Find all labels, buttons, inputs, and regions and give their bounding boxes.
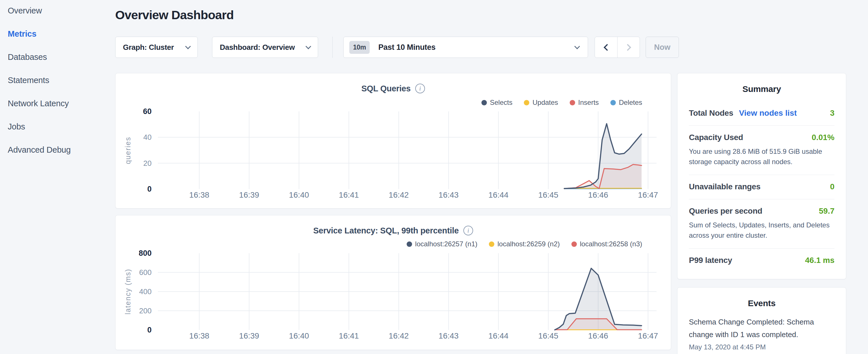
sidebar-item-statements[interactable]: Statements	[8, 76, 115, 85]
x-axis-tick: 16:40	[289, 331, 309, 340]
chart-title: Service Latency: SQL, 99th percentile	[313, 226, 459, 235]
y-axis-unit-label: latency (ms)	[124, 269, 132, 315]
summary-description: You are using 28.6 MiB of 515.9 GiB usab…	[689, 147, 834, 167]
sidebar-item-metrics[interactable]: Metrics	[8, 30, 115, 38]
sidebar-item-databases[interactable]: Databases	[8, 53, 115, 61]
sidebar-item-advanced-debug[interactable]: Advanced Debug	[8, 146, 115, 154]
series-line-localhost-26258-n3	[555, 319, 642, 330]
legend-item-deletes: Deletes	[610, 99, 642, 106]
y-axis-tick: 60	[143, 107, 152, 116]
summary-label: Total Nodes	[689, 108, 733, 118]
time-range-label: Past 10 Minutes	[378, 43, 575, 52]
time-next-button[interactable]	[617, 37, 640, 58]
x-axis-tick: 16:45	[538, 190, 558, 199]
now-button[interactable]: Now	[646, 37, 679, 58]
summary-label: Capacity Used	[689, 133, 743, 142]
view-nodes-list-link[interactable]: View nodes list	[739, 108, 797, 118]
x-axis-tick: 16:42	[389, 190, 409, 199]
chevron-down-icon	[306, 43, 311, 49]
page-title: Overview Dashboard	[115, 8, 234, 22]
x-axis-tick: 16:38	[189, 331, 209, 340]
y-axis-tick: 0	[147, 185, 152, 193]
x-axis-tick: 16:38	[189, 190, 209, 199]
summary-panel: Summary Total NodesView nodes list3Capac…	[677, 73, 846, 279]
event-message[interactable]: Schema Change Completed: Schema change w…	[689, 316, 834, 341]
sidebar-item-jobs[interactable]: Jobs	[8, 122, 115, 131]
y-axis-tick: 800	[139, 249, 152, 257]
sidebar-item-overview[interactable]: Overview	[8, 6, 115, 15]
x-axis-tick: 16:43	[438, 331, 459, 340]
series-area-inserts	[564, 164, 642, 189]
chevron-down-icon	[574, 43, 580, 49]
legend-item-updates: Updates	[524, 99, 558, 106]
summary-row-capacity-used: Capacity Used0.01%You are using 28.6 MiB…	[689, 126, 834, 175]
chart-plot: 16:3816:3916:4016:4116:4216:4316:4416:45…	[116, 215, 672, 350]
series-line-localhost-26257-n1	[555, 268, 642, 330]
legend-label: Deletes	[619, 99, 642, 106]
graph-dropdown[interactable]: Graph: Cluster	[115, 37, 198, 58]
x-axis-tick: 16:44	[488, 331, 508, 340]
info-icon[interactable]: i	[463, 226, 473, 235]
x-axis-tick: 16:46	[588, 190, 608, 199]
legend-dot-icon	[571, 242, 577, 247]
legend-label: Selects	[490, 99, 513, 106]
x-axis-tick: 16:45	[538, 331, 558, 340]
legend-label: localhost:26257 (n1)	[415, 240, 477, 248]
time-range-badge: 10m	[349, 41, 370, 54]
summary-row-p99-latency: P99 latency46.1 ms	[689, 249, 834, 273]
legend-dot-icon	[570, 100, 575, 105]
dashboard-dropdown[interactable]: Dashboard: Overview	[212, 37, 318, 58]
x-axis-tick: 16:39	[239, 331, 259, 340]
summary-value: 0	[830, 182, 834, 191]
chart-legend: SelectsUpdatesInsertsDeletes	[482, 99, 643, 106]
chart-legend: localhost:26257 (n1)localhost:26259 (n2)…	[407, 240, 642, 248]
chart-title: SQL Queries	[361, 84, 411, 93]
sql-queries-chart-card: SQL QueriesiSelectsUpdatesInsertsDeletes…	[115, 73, 671, 208]
x-axis-tick: 16:46	[588, 331, 608, 340]
y-axis-tick: 600	[139, 268, 152, 277]
chevron-down-icon	[185, 43, 191, 49]
series-area-localhost-26258-n3	[555, 319, 642, 330]
summary-row-total-nodes: Total NodesView nodes list3	[689, 101, 834, 126]
y-axis-tick: 20	[143, 159, 152, 167]
dashboard-dropdown-label: Dashboard: Overview	[220, 43, 295, 52]
summary-label: P99 latency	[689, 256, 732, 265]
series-area-localhost-26257-n1	[555, 268, 642, 330]
x-axis-tick: 16:47	[638, 331, 658, 340]
x-axis-tick: 16:44	[488, 190, 508, 199]
summary-value: 59.7	[819, 206, 835, 216]
sidebar: OverviewMetricsDatabasesStatementsNetwor…	[0, 0, 115, 354]
series-line-inserts	[564, 164, 642, 189]
y-axis-tick: 0	[147, 326, 152, 334]
time-prev-button[interactable]	[595, 37, 617, 58]
legend-item-selects: Selects	[482, 99, 513, 106]
x-axis-tick: 16:41	[339, 190, 359, 199]
summary-label: Unavailable ranges	[689, 182, 761, 191]
sidebar-item-network-latency[interactable]: Network Latency	[8, 99, 115, 108]
y-axis-unit-label: queries	[124, 137, 132, 164]
x-axis-tick: 16:40	[289, 190, 309, 199]
summary-value: 3	[830, 108, 834, 118]
summary-title: Summary	[677, 73, 846, 101]
events-title: Events	[677, 288, 846, 316]
events-panel: Events Schema Change Completed: Schema c…	[677, 287, 846, 354]
summary-label: Queries per second	[689, 206, 762, 216]
y-axis-tick: 40	[143, 133, 152, 141]
chevron-left-icon	[603, 44, 610, 51]
x-axis-tick: 16:39	[239, 190, 259, 199]
summary-row-queries-per-second: Queries per second59.7Sum of Selects, Up…	[689, 199, 834, 249]
y-axis-tick: 400	[139, 287, 152, 296]
x-axis-tick: 16:41	[339, 331, 359, 340]
time-step-buttons	[595, 37, 640, 58]
y-axis-tick: 200	[139, 307, 152, 315]
legend-dot-icon	[482, 100, 487, 105]
event-timestamp: May 13, 2020 at 4:45 PM	[689, 343, 834, 351]
time-range-dropdown[interactable]: 10m Past 10 Minutes	[343, 37, 588, 58]
legend-label: Updates	[532, 99, 558, 106]
legend-dot-icon	[524, 100, 529, 105]
legend-item-inserts: Inserts	[570, 99, 599, 106]
chevron-right-icon	[624, 44, 631, 51]
info-icon[interactable]: i	[415, 84, 425, 93]
service-latency-chart-card: Service Latency: SQL, 99th percentileilo…	[115, 215, 671, 350]
legend-dot-icon	[610, 100, 616, 105]
